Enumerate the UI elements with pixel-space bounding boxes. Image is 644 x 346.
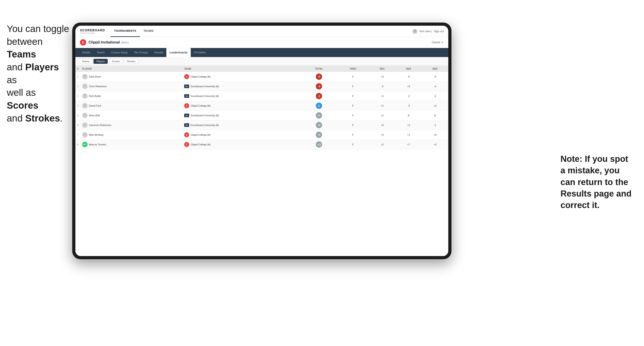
svg-point-6 [84,114,85,115]
avatar [82,132,88,138]
tab-teams[interactable]: Teams [94,48,108,57]
team-cell: SUScoreboard University [A] [182,91,301,101]
logo-sub: Powered by clippd [80,32,105,34]
avatar [82,103,88,108]
svg-point-5 [84,105,85,106]
score-badge: -2 [316,93,322,99]
nav-teams[interactable]: TEAMS [140,26,157,37]
player-number: 1 [76,72,80,82]
thru: F [337,91,369,101]
tab-results[interactable]: Results [151,48,166,57]
player-number: 5 [76,111,80,120]
top-nav: SCOREBOARD Powered by clippd TOURNAMENTS… [76,26,448,37]
leaderboard-table: # PLAYER TEAM TOTAL THRU RD1 RD2 RD3 1El… [76,66,448,256]
svg-point-2 [84,75,85,77]
logo-title: SCOREBOARD [80,28,105,32]
rd2: -4 [396,101,422,111]
sign-out-link[interactable]: Sign out [434,30,444,33]
table-row: 4David FordCClippd College [A]EF+1-4+3 [76,101,448,111]
player-name-cell: Rich Butler [80,91,182,101]
team-logo: C [184,103,189,108]
player-name-cell: Cameron Robertson [80,120,182,130]
close-icon: ✕ [441,41,444,44]
player-number: 2 [76,82,80,91]
toggle-scores[interactable]: Scores [109,59,122,64]
score-badge: E [316,103,322,109]
col-num: # [76,66,80,72]
player-number: 8 [76,140,80,150]
team-logo: C [184,74,189,79]
table-row: 2Chris RobertsonSUScoreboard University … [76,82,448,91]
score-badge: -8 [316,73,322,80]
player-number: 4 [76,101,80,111]
team-logo: C [184,142,189,147]
total-score: +6 [301,120,337,130]
tournament-logo: C [80,39,86,45]
rd2: +7 [396,140,422,150]
total-score: -4 [301,82,337,91]
table-row: 8MTMarcus TurnersCClippd College [A]+11F… [76,140,448,150]
svg-point-8 [84,134,85,135]
cancel-button[interactable]: Cancel ✕ [432,41,444,44]
rd3: -5 [422,72,448,82]
team-cell: CClippd College [A] [182,140,301,150]
left-annotation: You can toggle between Teams and Players… [7,22,70,125]
tab-tee-groups[interactable]: Tee Groups [131,48,151,57]
player-number: 7 [76,130,80,140]
toggle-strokes[interactable]: Strokes [124,59,138,64]
thru: F [337,111,369,120]
col-total: TOTAL [301,66,337,72]
tab-course-setup[interactable]: Course Setup [108,48,131,57]
svg-point-1 [414,30,416,31]
thru: F [337,101,369,111]
toggle-players[interactable]: Players [94,59,108,64]
rd3: -1 [422,120,448,130]
scoreboard-logo: SCOREBOARD Powered by clippd [80,28,105,34]
total-score: +8 [301,130,337,140]
rd3: +6 [422,130,448,140]
rd2: +1 [396,130,422,140]
rd3: +2 [422,140,448,150]
col-rd2: RD2 [396,66,422,72]
avatar [82,74,88,79]
rd3: E [422,111,448,120]
right-annotation: Note: If you spot a mistake, you can ret… [560,153,637,211]
rd2: +5 [396,82,422,91]
svg-point-3 [84,85,85,86]
tablet-screen: SCOREBOARD Powered by clippd TOURNAMENTS… [76,26,448,256]
nav-tournaments[interactable]: TOURNAMENTS [110,26,140,37]
tab-leaderboards[interactable]: Leaderboards [166,48,190,57]
rd1: -5 [369,82,396,91]
tab-details[interactable]: Details [79,48,94,57]
tab-printables[interactable]: Printables [191,48,209,57]
team-cell: CClippd College [A] [182,72,301,82]
rd1: +1 [369,111,396,120]
sub-toggle-bar: Teams Players Scores Strokes [76,57,448,66]
team-cell: CClippd College [A] [182,101,301,111]
table-row: 6Cameron RobertsonSUScoreboard Universit… [76,120,448,130]
rd1: +3 [369,72,396,82]
svg-point-4 [84,95,85,96]
total-score: E [301,101,337,111]
rd1: +1 [369,91,396,101]
rd2: E [396,111,422,120]
team-logo: SU [184,85,189,88]
total-score: +11 [301,140,337,150]
user-label: Test User | [419,30,432,33]
tournament-subtitle: (Men) [121,41,129,44]
rd1: +1 [369,101,396,111]
rd1: +2 [369,140,396,150]
team-logo: SU [184,123,189,127]
tablet-frame: SCOREBOARD Powered by clippd TOURNAMENTS… [72,22,452,259]
toggle-teams[interactable]: Teams [79,59,92,64]
col-rd1: RD1 [369,66,396,72]
thru: F [337,130,369,140]
avatar [82,113,88,118]
avatar [82,84,88,89]
player-name-cell: Elliot Ebert [80,72,182,82]
score-badge: +11 [316,141,322,148]
player-name-cell: MTMarcus Turners [80,140,182,150]
player-name-cell: Rees Britt [80,111,182,120]
user-avatar-icon [412,29,417,34]
team-logo: C [184,132,189,137]
